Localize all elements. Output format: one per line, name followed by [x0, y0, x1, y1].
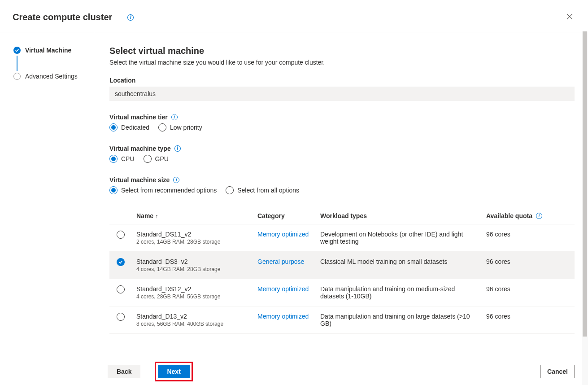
- size-radio-group: Select from recommended options Select f…: [109, 186, 575, 194]
- section-subtitle: Select the virtual machine size you woul…: [109, 59, 575, 66]
- vm-quota: 96 cores: [486, 313, 558, 320]
- table-header: Name↑ Category Workload types Available …: [109, 208, 575, 224]
- radio-icon: [109, 123, 118, 131]
- vm-category[interactable]: General purpose: [257, 258, 320, 265]
- vm-name: Standard_DS12_v2: [136, 285, 257, 293]
- vm-quota: 96 cores: [486, 231, 558, 238]
- radio-label: Dedicated: [121, 124, 149, 131]
- radio-low-priority[interactable]: Low priority: [158, 123, 202, 131]
- step-connector: [17, 56, 17, 71]
- radio-icon: [158, 123, 166, 131]
- radio-dedicated[interactable]: Dedicated: [109, 123, 149, 131]
- scrollbar-thumb[interactable]: [583, 31, 587, 337]
- tier-label-text: Virtual machine tier: [109, 114, 168, 121]
- radio-recommended[interactable]: Select from recommended options: [109, 186, 217, 194]
- radio-icon: [109, 155, 118, 163]
- step-virtual-machine[interactable]: Virtual Machine: [13, 45, 94, 56]
- tier-label: Virtual machine tier i: [109, 114, 575, 121]
- row-radio[interactable]: [117, 258, 125, 266]
- radio-cpu[interactable]: CPU: [109, 155, 135, 163]
- radio-icon: [144, 155, 152, 163]
- radio-icon: [226, 186, 234, 194]
- vm-name: Standard_DS3_v2: [136, 258, 257, 265]
- size-label: Virtual machine size i: [109, 176, 575, 184]
- vm-workload: Development on Notebooks (or other IDE) …: [320, 231, 486, 245]
- sort-ascending-icon: ↑: [155, 213, 158, 219]
- vm-workload: Data manipulation and training on large …: [320, 313, 486, 327]
- row-radio[interactable]: [117, 313, 125, 321]
- row-radio[interactable]: [117, 231, 125, 239]
- wizard-steps-sidebar: Virtual Machine Advanced Settings: [0, 32, 94, 385]
- next-button[interactable]: Next: [158, 365, 189, 378]
- info-icon[interactable]: i: [536, 213, 542, 219]
- circle-icon: [13, 73, 21, 80]
- table-row[interactable]: Standard_D13_v28 cores, 56GB RAM, 400GB …: [109, 306, 575, 334]
- header-name[interactable]: Name↑: [136, 212, 257, 219]
- tier-radio-group: Dedicated Low priority: [109, 123, 575, 131]
- size-label-text: Virtual machine size: [109, 176, 170, 184]
- radio-label: GPU: [155, 155, 169, 162]
- radio-label: Low priority: [170, 124, 202, 131]
- radio-icon: [109, 186, 118, 194]
- vm-workload: Data manipulation and training on medium…: [320, 285, 486, 300]
- info-icon[interactable]: i: [174, 145, 181, 152]
- header-quota[interactable]: Available quota i: [486, 212, 558, 219]
- location-value: southcentralus: [109, 87, 575, 101]
- radio-label: Select from all options: [237, 187, 299, 194]
- back-button[interactable]: Back: [108, 365, 140, 378]
- vm-spec: 8 cores, 56GB RAM, 400GB storage: [136, 321, 257, 327]
- page-title: Create compute cluster: [13, 12, 112, 22]
- radio-gpu[interactable]: GPU: [144, 155, 169, 163]
- dialog-header: Create compute cluster i: [0, 0, 588, 32]
- table-body: Standard_DS11_v22 cores, 14GB RAM, 28GB …: [109, 224, 575, 334]
- vm-spec: 4 cores, 28GB RAM, 56GB storage: [136, 293, 257, 300]
- dialog-footer: Back Next Cancel: [94, 357, 588, 385]
- radio-label: Select from recommended options: [121, 187, 217, 194]
- vm-quota: 96 cores: [486, 258, 558, 265]
- step-label: Advanced Settings: [25, 73, 78, 80]
- step-advanced-settings[interactable]: Advanced Settings: [13, 71, 94, 82]
- vm-category[interactable]: Memory optimized: [257, 313, 320, 320]
- vm-workload: Classical ML model training on small dat…: [320, 258, 486, 265]
- type-radio-group: CPU GPU: [109, 155, 575, 163]
- radio-label: CPU: [121, 155, 135, 162]
- cancel-button[interactable]: Cancel: [540, 365, 575, 378]
- check-icon: [13, 47, 21, 54]
- main-content: Select virtual machine Select the virtua…: [94, 32, 588, 358]
- vm-name: Standard_D13_v2: [136, 313, 257, 320]
- vm-quota: 96 cores: [486, 285, 558, 293]
- info-icon[interactable]: i: [127, 14, 134, 21]
- info-icon[interactable]: i: [171, 114, 178, 120]
- vm-spec: 2 cores, 14GB RAM, 28GB storage: [136, 239, 257, 245]
- section-title: Select virtual machine: [109, 46, 575, 56]
- scrollbar[interactable]: [582, 31, 588, 385]
- header-category[interactable]: Category: [257, 212, 320, 219]
- header-name-text: Name: [136, 212, 153, 219]
- table-row[interactable]: Standard_DS3_v24 cores, 14GB RAM, 28GB s…: [109, 252, 575, 279]
- vm-name: Standard_DS11_v2: [136, 231, 257, 238]
- vm-spec: 4 cores, 14GB RAM, 28GB storage: [136, 266, 257, 272]
- location-label: Location: [109, 77, 575, 84]
- type-label-text: Virtual machine type: [109, 145, 171, 152]
- step-label: Virtual Machine: [25, 47, 71, 54]
- info-icon[interactable]: i: [173, 177, 179, 183]
- header-quota-text: Available quota: [486, 212, 532, 219]
- vm-size-table: Name↑ Category Workload types Available …: [109, 208, 575, 334]
- radio-all-options[interactable]: Select from all options: [226, 186, 299, 194]
- header-workload[interactable]: Workload types: [320, 212, 486, 219]
- vm-category[interactable]: Memory optimized: [257, 231, 320, 238]
- vm-category[interactable]: Memory optimized: [257, 285, 320, 293]
- next-button-highlight: Next: [155, 362, 192, 381]
- row-radio[interactable]: [117, 285, 125, 293]
- table-row[interactable]: Standard_DS12_v24 cores, 28GB RAM, 56GB …: [109, 279, 575, 306]
- close-icon[interactable]: [565, 11, 575, 24]
- type-label: Virtual machine type i: [109, 145, 575, 152]
- table-row[interactable]: Standard_DS11_v22 cores, 14GB RAM, 28GB …: [109, 224, 575, 252]
